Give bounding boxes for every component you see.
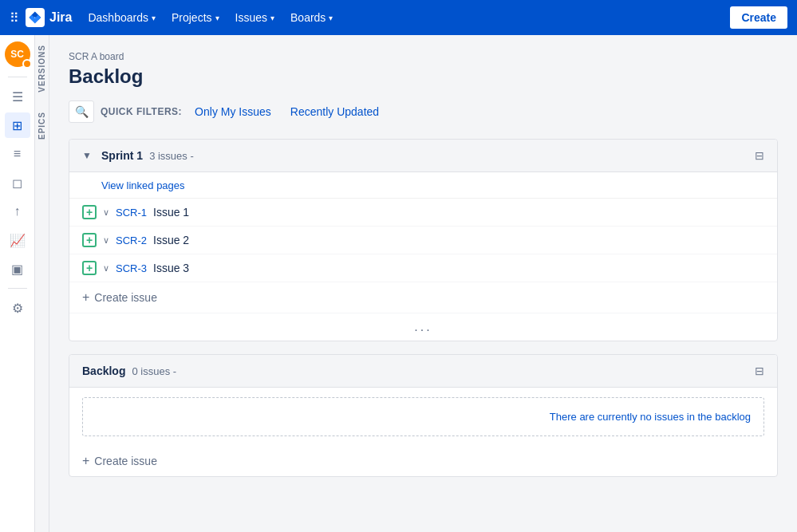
issue-chevron-3[interactable]: ∨ xyxy=(103,263,109,274)
sprint-toggle-icon[interactable]: ▼ xyxy=(82,150,95,161)
backlog-section: Backlog 0 issues - ⊟ There are currently… xyxy=(69,354,778,477)
epics-label[interactable]: EPICS xyxy=(36,102,48,149)
jira-logo-text: Jira xyxy=(49,10,72,25)
issue-key-1[interactable]: SCR-1 xyxy=(116,207,147,219)
projects-chevron-icon: ▾ xyxy=(215,14,219,22)
jira-logo[interactable]: Jira xyxy=(26,8,72,27)
table-row: + ∨ SCR-2 Issue 2 xyxy=(69,227,777,254)
issue-summary-3: Issue 3 xyxy=(153,262,189,274)
issue-chevron-1[interactable]: ∨ xyxy=(103,207,109,218)
sidebar-divider-1 xyxy=(8,77,27,77)
issues-chevron-icon: ▾ xyxy=(270,14,274,22)
recently-updated-filter[interactable]: Recently Updated xyxy=(284,102,385,121)
backlog-meta: 0 issues - xyxy=(132,365,176,377)
jira-logo-icon xyxy=(26,8,45,27)
issue-add-button-1[interactable]: + xyxy=(82,205,97,219)
only-my-issues-filter[interactable]: Only My Issues xyxy=(188,102,278,121)
quick-filters-bar: 🔍 QUICK FILTERS: Only My Issues Recently… xyxy=(69,100,778,123)
apps-icon[interactable]: ⠿ xyxy=(10,10,19,26)
screen-nav-icon[interactable]: ▣ xyxy=(5,256,30,282)
table-row: + ∨ SCR-1 Issue 1 xyxy=(69,199,777,227)
issue-add-button-2[interactable]: + xyxy=(82,233,97,247)
page-title: Backlog xyxy=(69,65,778,88)
backlog-create-issue-row[interactable]: + Create issue xyxy=(69,446,777,476)
sprint-create-issue-label: Create issue xyxy=(94,291,157,304)
view-linked-pages-link[interactable]: View linked pages xyxy=(101,179,185,191)
avatar-badge xyxy=(22,59,32,69)
sprint-header: ▼ Sprint 1 3 issues - ⊟ xyxy=(69,140,777,172)
quick-filters-label: QUICK FILTERS: xyxy=(101,106,182,117)
issue-add-button-3[interactable]: + xyxy=(82,261,97,275)
sprint-meta: 3 issues - xyxy=(149,150,194,162)
list-nav-icon[interactable]: ≡ xyxy=(5,141,30,167)
sprint-create-issue-plus-icon: + xyxy=(82,290,89,305)
backlog-name: Backlog xyxy=(82,365,125,377)
table-row: + ∨ SCR-3 Issue 3 xyxy=(69,254,777,282)
main-content: SCR A board Backlog 🔍 QUICK FILTERS: Onl… xyxy=(49,35,797,532)
create-button[interactable]: Create xyxy=(730,6,787,29)
backlog-empty-area: There are currently no issues in the bac… xyxy=(82,397,764,436)
avatar-initials: SC xyxy=(10,49,24,60)
nav-dashboards[interactable]: Dashboards ▾ xyxy=(81,6,162,29)
board-nav-icon[interactable]: ⊞ xyxy=(5,112,30,138)
sprint-ellipsis[interactable]: ... xyxy=(69,313,777,341)
sprint-menu-icon[interactable]: ⊟ xyxy=(755,149,764,162)
view-linked-pages-row: View linked pages xyxy=(69,172,777,199)
avatar[interactable]: SC xyxy=(5,41,30,67)
versions-label[interactable]: VERSIONS xyxy=(36,35,48,102)
search-icon: 🔍 xyxy=(75,105,89,118)
nav-issues[interactable]: Issues ▾ xyxy=(229,6,281,29)
dashboards-chevron-icon: ▾ xyxy=(152,14,156,22)
sprint-name: Sprint 1 xyxy=(101,149,143,162)
backlog-empty-text: There are currently no issues in the bac… xyxy=(550,411,751,423)
nav-projects[interactable]: Projects ▾ xyxy=(165,6,226,29)
sprint-create-issue-row[interactable]: + Create issue xyxy=(69,282,777,313)
sidebar-divider-2 xyxy=(8,288,27,289)
backlog-nav-icon[interactable]: ☰ xyxy=(5,84,30,109)
backlog-create-issue-plus-icon: + xyxy=(82,454,89,468)
top-navigation: ⠿ Jira Dashboards ▾ Projects ▾ Issues ▾ … xyxy=(0,0,797,35)
deploy-nav-icon[interactable]: ↑ xyxy=(5,199,30,224)
boards-chevron-icon: ▾ xyxy=(329,14,333,22)
backlog-header: Backlog 0 issues - ⊟ xyxy=(69,355,777,388)
backlog-menu-icon[interactable]: ⊟ xyxy=(755,365,764,377)
chart-nav-icon[interactable]: 📈 xyxy=(5,227,30,253)
nav-boards[interactable]: Boards ▾ xyxy=(284,6,339,29)
issue-summary-2: Issue 2 xyxy=(153,234,189,246)
roadmap-nav-icon[interactable]: ◻ xyxy=(5,170,30,195)
settings-nav-icon[interactable]: ⚙ xyxy=(5,295,30,321)
sprint-section: ▼ Sprint 1 3 issues - ⊟ View linked page… xyxy=(69,139,778,341)
breadcrumb[interactable]: SCR A board xyxy=(69,51,778,62)
issue-summary-1: Issue 1 xyxy=(153,206,189,219)
left-sidebar: SC ☰ ⊞ ≡ ◻ ↑ 📈 ▣ ⚙ xyxy=(0,35,35,532)
backlog-create-issue-label: Create issue xyxy=(94,455,157,467)
issue-chevron-2[interactable]: ∨ xyxy=(103,235,109,246)
issue-key-3[interactable]: SCR-3 xyxy=(116,262,147,274)
search-box[interactable]: 🔍 xyxy=(69,100,94,123)
issue-key-2[interactable]: SCR-2 xyxy=(116,234,147,246)
sidebar-labels: VERSIONS EPICS xyxy=(35,35,49,532)
